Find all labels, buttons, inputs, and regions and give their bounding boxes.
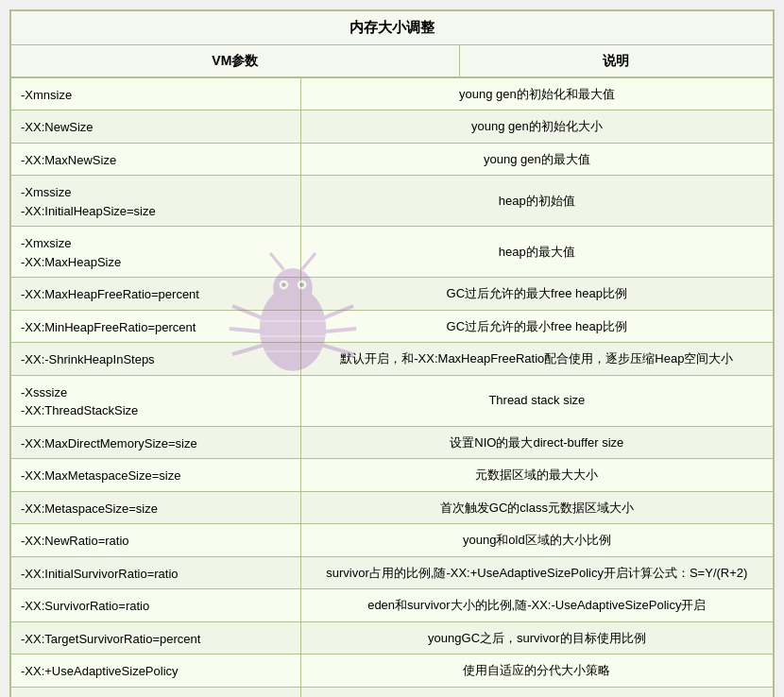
desc-cell: youngGC之后，survivor的目标使用比例	[300, 621, 773, 654]
table-row: -XX:-ShrinkHeapInSteps默认开启，和-XX:MaxHeapF…	[11, 343, 774, 376]
table-title: 内存大小调整	[11, 11, 774, 45]
desc-cell: survivor占用的比例,随-XX:+UseAdaptiveSizePolic…	[300, 556, 773, 589]
param-cell: -Xmnsize	[11, 77, 301, 110]
param-cell: -Xmssize-XX:InitialHeapSize=size	[11, 176, 301, 227]
table-row: -XX:InitialSurvivorRatio=ratiosurvivor占用…	[11, 556, 774, 589]
param-cell: -XX:MaxDirectMemorySize=size	[11, 426, 301, 459]
param-cell: -XX:NewSize	[11, 110, 301, 144]
param-cell: -XX:-ShrinkHeapInSteps	[11, 343, 301, 376]
desc-cell: Thread stack size	[300, 375, 773, 426]
table-row: -Xmnsizeyoung gen的初始化和最大值	[11, 77, 774, 110]
desc-cell: GC过后允许的最大free heap比例	[300, 278, 773, 311]
param-cell: -XX:+UseAdaptiveSizePolicy	[11, 654, 301, 688]
desc-cell: 设置NIO的最大direct-buffer size	[300, 426, 773, 459]
data-table: -Xmnsizeyoung gen的初始化和最大值-XX:NewSizeyoun…	[10, 77, 774, 698]
desc-cell: 默认开启，和-XX:MaxHeapFreeRatio配合使用，逐步压缩Heap空…	[300, 343, 773, 376]
memory-table: 内存大小调整 VM参数 说明	[10, 10, 774, 77]
desc-cell: heap的初始值	[300, 176, 773, 227]
table-row: -XX:MaxDirectMemorySize=size设置NIO的最大dire…	[11, 426, 774, 459]
desc-cell: young gen的初始化大小	[300, 110, 773, 144]
param-cell: -XX:MetaspaceSize=size	[11, 491, 301, 524]
param-cell: -XX:InitialSurvivorRatio=ratio	[11, 556, 301, 589]
table-row: -Xmssize-XX:InitialHeapSize=sizeheap的初始值	[11, 176, 774, 227]
col-param-header: VM参数	[11, 44, 460, 76]
table-row: -Xsssize-XX:ThreadStackSizeThread stack …	[11, 375, 774, 426]
param-cell: -Xsssize-XX:ThreadStackSize	[11, 375, 301, 426]
table-row: -XX:MinHeapFreeRatio=percentGC过后允许的最小fre…	[11, 310, 774, 343]
header-row: VM参数 说明	[11, 44, 774, 76]
table-row: -XX:CompressedClassSpaceSize=1gcompresse…	[11, 687, 774, 697]
desc-cell: GC过后允许的最小free heap比例	[300, 310, 773, 343]
param-cell: -XX:MaxNewSize	[11, 143, 301, 176]
desc-cell: young和old区域的大小比例	[300, 524, 773, 557]
param-cell: -XX:MaxMetaspaceSize=size	[11, 459, 301, 492]
table-row: -XX:NewRatio=ratioyoung和old区域的大小比例	[11, 524, 774, 557]
param-cell: -XX:NewRatio=ratio	[11, 524, 301, 557]
table-row: -XX:MaxMetaspaceSize=size元数据区域的最大大小	[11, 459, 774, 492]
desc-cell: heap的最大值	[300, 227, 773, 278]
desc-cell: compressed class space大小	[300, 687, 773, 697]
desc-cell: eden和survivor大小的比例,随-XX:-UseAdaptiveSize…	[300, 589, 773, 622]
title-row: 内存大小调整	[11, 11, 774, 45]
desc-cell: 元数据区域的最大大小	[300, 459, 773, 492]
table-row: -XX:TargetSurvivorRatio=percentyoungGC之后…	[11, 621, 774, 654]
table-row: -XX:+UseAdaptiveSizePolicy使用自适应的分代大小策略	[11, 654, 774, 688]
param-cell: -Xmxsize-XX:MaxHeapSize	[11, 227, 301, 278]
param-cell: -XX:CompressedClassSpaceSize=1g	[11, 687, 301, 697]
table-row: -XX:SurvivorRatio=ratioeden和survivor大小的比…	[11, 589, 774, 622]
table-row: -XX:MaxHeapFreeRatio=percentGC过后允许的最大fre…	[11, 278, 774, 311]
param-cell: -XX:MinHeapFreeRatio=percent	[11, 310, 301, 343]
desc-cell: young gen的初始化和最大值	[300, 77, 773, 110]
main-container: 内存大小调整 VM参数 说明 -Xmnsizeyoung gen的初始化和最大值…	[9, 9, 775, 697]
table-row: -XX:NewSizeyoung gen的初始化大小	[11, 110, 774, 144]
desc-cell: young gen的最大值	[300, 143, 773, 176]
table-row: -XX:MetaspaceSize=size首次触发GC的class元数据区域大…	[11, 491, 774, 524]
param-cell: -XX:MaxHeapFreeRatio=percent	[11, 278, 301, 311]
table-wrapper: 内存大小调整 VM参数 说明 -Xmnsizeyoung gen的初始化和最大值…	[9, 9, 775, 697]
table-row: -XX:MaxNewSizeyoung gen的最大值	[11, 143, 774, 176]
table-row: -Xmxsize-XX:MaxHeapSizeheap的最大值	[11, 227, 774, 278]
col-desc-header: 说明	[459, 44, 773, 76]
desc-cell: 使用自适应的分代大小策略	[300, 654, 773, 688]
param-cell: -XX:TargetSurvivorRatio=percent	[11, 621, 301, 654]
desc-cell: 首次触发GC的class元数据区域大小	[300, 491, 773, 524]
param-cell: -XX:SurvivorRatio=ratio	[11, 589, 301, 622]
